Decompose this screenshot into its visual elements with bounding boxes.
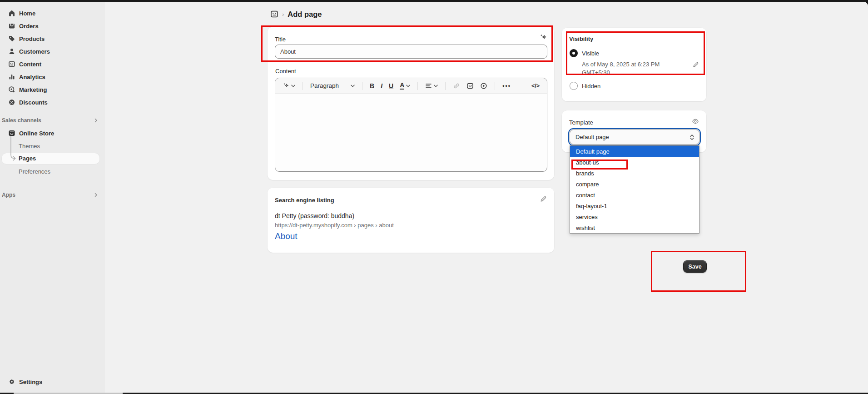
- sidebar-item-analytics[interactable]: Analytics: [0, 70, 105, 83]
- settings-gear-icon: [8, 378, 15, 385]
- sidebar-item-customers[interactable]: Customers: [0, 45, 105, 58]
- search-engine-listing-card: Search engine listing dt Petty (password…: [268, 188, 554, 253]
- paragraph-dropdown-label: Paragraph: [310, 82, 339, 89]
- link-icon: [453, 82, 460, 90]
- text-color-label: A: [400, 82, 404, 90]
- template-select[interactable]: Default page: [570, 130, 699, 145]
- show-html-button[interactable]: </>: [528, 80, 543, 92]
- align-left-icon: [425, 83, 432, 89]
- dropdown-option-compare[interactable]: compare: [570, 179, 699, 190]
- visible-note-line2: GMT+5:30: [582, 69, 660, 77]
- magic-sparkle-icon[interactable]: [539, 33, 547, 41]
- page-details-card: Title About Content Paragraph B I U A: [268, 27, 554, 180]
- sidebar-item-label: Online Store: [19, 130, 54, 137]
- sidebar-item-label: Home: [19, 10, 35, 17]
- seo-heading: Search engine listing: [275, 197, 334, 204]
- magic-sparkle-icon: [283, 82, 289, 89]
- orders-icon: [8, 22, 15, 30]
- editor-toolbar: Paragraph B I U A: [275, 78, 547, 94]
- select-updown-icon: [689, 134, 694, 140]
- visibility-heading: Visibility: [569, 35, 593, 42]
- visible-note: As of May 8, 2025 at 6:23 PM GMT+5:30: [582, 60, 660, 77]
- more-options-button[interactable]: •••: [499, 80, 514, 92]
- dropdown-option-contact[interactable]: contact: [570, 190, 699, 200]
- title-input[interactable]: About: [275, 45, 547, 59]
- chevron-down-icon: [351, 85, 355, 87]
- sidebar-item-label: Analytics: [19, 74, 45, 80]
- seo-title-link[interactable]: About: [275, 231, 298, 241]
- sidebar-item-themes[interactable]: Themes: [19, 143, 40, 150]
- edit-pencil-icon[interactable]: [540, 195, 547, 203]
- visibility-card: Visibility Visible As of May 8, 2025 at …: [562, 28, 706, 101]
- chevron-down-icon: [291, 85, 295, 87]
- sidebar-section-apps[interactable]: Apps: [0, 190, 105, 199]
- insert-link-button[interactable]: [450, 80, 463, 92]
- page-breadcrumb-icon[interactable]: [270, 10, 278, 18]
- window-top-bar: [0, 0, 868, 2]
- toolbar-divider: [495, 82, 495, 90]
- sidebar-item-settings[interactable]: Settings: [0, 375, 105, 388]
- italic-button[interactable]: I: [377, 80, 386, 92]
- analytics-icon: [8, 73, 15, 80]
- toolbar-divider: [303, 82, 303, 90]
- save-button-label: Save: [688, 264, 701, 270]
- template-select-value: Default page: [575, 134, 689, 140]
- marketing-icon: [8, 86, 15, 93]
- sidebar-item-label: Content: [19, 61, 41, 68]
- dropdown-option-faq-layout-1[interactable]: faq-layout-1: [570, 200, 699, 211]
- bold-button[interactable]: B: [367, 80, 377, 92]
- save-button[interactable]: Save: [683, 260, 707, 273]
- insert-video-button[interactable]: [477, 80, 491, 92]
- alignment-button[interactable]: [422, 80, 441, 92]
- underline-button[interactable]: U: [386, 80, 397, 92]
- tree-connector: [7, 135, 18, 162]
- discounts-icon: [8, 99, 15, 106]
- dropdown-option-services[interactable]: services: [570, 211, 699, 222]
- sidebar-item-home[interactable]: Home: [0, 7, 105, 20]
- visible-radio[interactable]: [570, 49, 578, 57]
- template-label: Template: [569, 119, 593, 126]
- view-eye-icon[interactable]: [692, 118, 699, 125]
- sidebar-item-label: Settings: [19, 379, 42, 385]
- products-icon: [8, 35, 15, 42]
- seo-site-line: dt Petty (password: buddha): [275, 212, 354, 219]
- seo-url-line: https://dt-petty.myshopify.com › pages ›…: [275, 222, 394, 229]
- dropdown-option-default-page[interactable]: Default page: [570, 146, 699, 157]
- chevron-down-icon: [434, 85, 438, 87]
- chevron-down-icon: [406, 85, 410, 87]
- visible-radio-label[interactable]: Visible: [582, 50, 599, 57]
- chevron-right-icon: [93, 192, 99, 198]
- sidebar-item-marketing[interactable]: Marketing: [0, 83, 105, 96]
- breadcrumb-separator: ›: [282, 11, 284, 18]
- chevron-right-icon: [93, 118, 99, 123]
- edit-pencil-icon[interactable]: [692, 61, 699, 68]
- dropdown-option-about-us[interactable]: about-us: [570, 157, 699, 168]
- toolbar-divider: [445, 82, 446, 90]
- sidebar-item-discounts[interactable]: Discounts: [0, 96, 105, 109]
- sidebar-item-pages-label[interactable]: Pages: [19, 155, 36, 162]
- insert-image-button[interactable]: [463, 80, 477, 92]
- sidebar-item-label: Marketing: [19, 86, 47, 93]
- image-icon: [466, 82, 474, 90]
- text-color-button[interactable]: A: [397, 80, 413, 92]
- dropdown-option-wishlist[interactable]: wishlist: [570, 222, 699, 233]
- sidebar-item-orders[interactable]: Orders: [0, 20, 105, 32]
- sidebar-item-content[interactable]: Content: [0, 58, 105, 70]
- hidden-radio-label[interactable]: Hidden: [582, 83, 600, 90]
- page-title: Add page: [288, 10, 322, 19]
- sidebar-item-preferences[interactable]: Preferences: [19, 168, 50, 175]
- paragraph-style-dropdown[interactable]: Paragraph: [307, 80, 358, 92]
- toolbar-divider: [417, 82, 418, 90]
- content-label: Content: [275, 68, 296, 75]
- toolbar-divider: [362, 82, 362, 90]
- hidden-radio[interactable]: [570, 82, 578, 90]
- sidebar-item-label: Orders: [19, 23, 39, 30]
- visible-note-line1: As of May 8, 2025 at 6:23 PM: [582, 60, 660, 69]
- sidebar: Home Orders Products Customers Content A…: [0, 2, 105, 393]
- dropdown-option-brands[interactable]: brands: [570, 168, 699, 179]
- sidebar-item-products[interactable]: Products: [0, 32, 105, 45]
- sidebar-section-sales-channels[interactable]: Sales channels: [0, 116, 105, 125]
- editor-magic-button[interactable]: [279, 80, 298, 92]
- rich-text-editor[interactable]: Paragraph B I U A: [275, 78, 547, 172]
- title-input-value: About: [280, 48, 296, 55]
